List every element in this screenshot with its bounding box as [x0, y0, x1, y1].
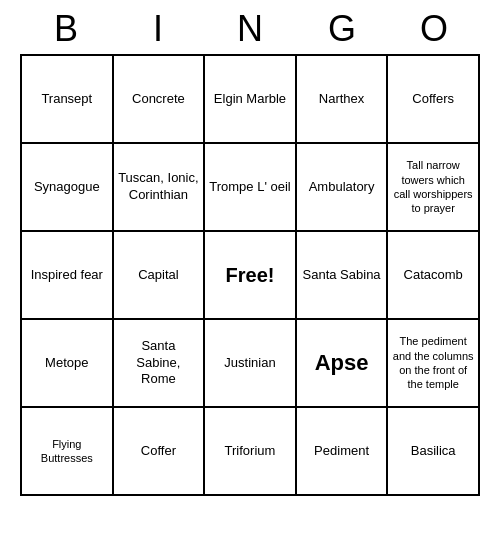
bingo-cell: Transept — [22, 56, 114, 144]
bingo-cell: Pediment — [297, 408, 389, 496]
bingo-cell: Free! — [205, 232, 297, 320]
bingo-cell: Tall narrow towers which call worshipper… — [388, 144, 480, 232]
bingo-grid: TranseptConcreteElgin MarbleNarthexCoffe… — [20, 54, 480, 496]
header-letter: G — [298, 8, 386, 50]
bingo-row: TranseptConcreteElgin MarbleNarthexCoffe… — [22, 56, 480, 144]
bingo-cell: Coffer — [114, 408, 206, 496]
bingo-cell: Coffers — [388, 56, 480, 144]
bingo-cell: Catacomb — [388, 232, 480, 320]
bingo-cell: Santa Sabina — [297, 232, 389, 320]
bingo-cell: Apse — [297, 320, 389, 408]
bingo-cell: Justinian — [205, 320, 297, 408]
bingo-cell: Synagogue — [22, 144, 114, 232]
bingo-cell: Tuscan, Ionic, Corinthian — [114, 144, 206, 232]
bingo-cell: Flying Buttresses — [22, 408, 114, 496]
bingo-cell: Narthex — [297, 56, 389, 144]
bingo-cell: Concrete — [114, 56, 206, 144]
bingo-cell: Ambulatory — [297, 144, 389, 232]
header-letter: N — [206, 8, 294, 50]
bingo-row: Flying ButtressesCofferTriforiumPediment… — [22, 408, 480, 496]
bingo-cell: Inspired fear — [22, 232, 114, 320]
bingo-header: BINGO — [20, 0, 480, 54]
bingo-cell: Trompe L' oeil — [205, 144, 297, 232]
bingo-cell: Metope — [22, 320, 114, 408]
bingo-cell: The pediment and the columns on the fron… — [388, 320, 480, 408]
bingo-cell: Triforium — [205, 408, 297, 496]
bingo-cell: Basilica — [388, 408, 480, 496]
bingo-cell: Elgin Marble — [205, 56, 297, 144]
header-letter: B — [22, 8, 110, 50]
bingo-row: SynagogueTuscan, Ionic, CorinthianTrompe… — [22, 144, 480, 232]
header-letter: I — [114, 8, 202, 50]
bingo-cell: Capital — [114, 232, 206, 320]
bingo-row: Inspired fearCapitalFree!Santa SabinaCat… — [22, 232, 480, 320]
header-letter: O — [390, 8, 478, 50]
bingo-cell: Santa Sabine, Rome — [114, 320, 206, 408]
bingo-row: MetopeSanta Sabine, RomeJustinianApseThe… — [22, 320, 480, 408]
